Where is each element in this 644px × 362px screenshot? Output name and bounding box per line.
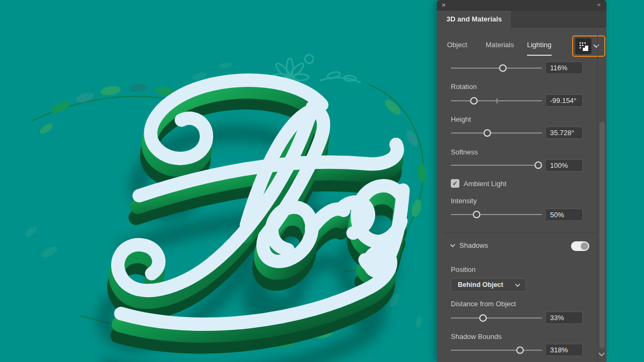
render-quality-icon [579, 41, 588, 51]
softness-value: 100% [550, 161, 568, 169]
position-label: Position [451, 265, 475, 274]
slider-thumb[interactable] [470, 97, 478, 105]
softness-slider[interactable] [451, 161, 542, 169]
render-quality-button[interactable] [575, 38, 591, 54]
slider-thumb[interactable] [516, 346, 524, 354]
light-intensity-slider[interactable] [451, 64, 542, 72]
height-label: Height [451, 115, 471, 123]
slider-thumb[interactable] [535, 161, 542, 169]
collapse-panel-icon[interactable]: « [597, 1, 600, 8]
slider-track [451, 68, 542, 69]
render-options-chevron-icon[interactable] [593, 44, 599, 48]
shadows-expander-chevron-icon[interactable] [450, 243, 456, 248]
section-divider [444, 233, 598, 233]
shadow-position-dropdown[interactable]: Behind Object [451, 278, 526, 292]
3d-materials-panel: × « 3D and Materials Object Materials Li… [437, 0, 606, 362]
ambient-light-label: Ambient Light [464, 180, 507, 188]
height-value: 35.728° [550, 129, 574, 137]
intensity-slider[interactable] [451, 211, 542, 218]
close-icon[interactable]: × [442, 1, 446, 9]
distance-from-object-label: Distance from Object [451, 300, 516, 308]
slider-track [451, 350, 542, 351]
shadows-title: Shadows [459, 241, 488, 249]
shadow-bounds-label: Shadow Bounds [451, 333, 502, 341]
slider-track [451, 214, 542, 215]
rotation-value: -99.154° [550, 97, 576, 105]
distance-field[interactable]: 33% [545, 312, 583, 324]
slider-thumb[interactable] [499, 64, 507, 72]
mode-tabs: Object Materials Lighting [437, 27, 606, 57]
rotation-field[interactable]: -99.154° [545, 94, 583, 107]
shadows-section-header[interactable]: Shadows [450, 241, 488, 249]
panel-tab-row: 3D and Materials [437, 11, 606, 27]
height-slider[interactable] [451, 129, 542, 137]
scrollbar-thumb[interactable] [599, 122, 605, 349]
rotation-slider[interactable] [451, 97, 542, 105]
softness-field[interactable]: 100% [545, 159, 583, 172]
panel-topbar: × « [437, 0, 606, 11]
scroll-down-button[interactable] [598, 350, 606, 358]
slider-center-tick [496, 98, 497, 104]
shadows-toggle[interactable] [571, 241, 589, 251]
intensity-label: Intensity [451, 197, 477, 205]
tab-object[interactable]: Object [447, 41, 467, 49]
tab-lighting[interactable]: Lighting [527, 41, 552, 49]
slider-track [451, 132, 542, 134]
scroll-down-chevron-icon [598, 352, 605, 357]
shadow-position-value: Behind Object [458, 281, 503, 289]
height-field[interactable]: 35.728° [545, 127, 583, 139]
rotation-label: Rotation [451, 83, 477, 91]
distance-value: 33% [550, 314, 564, 322]
scrollbar-separator [597, 28, 598, 362]
shadow-bounds-field[interactable]: 318% [545, 344, 583, 356]
intensity-field[interactable]: 50% [545, 209, 583, 221]
tab-materials[interactable]: Materials [486, 41, 514, 49]
shadow-bounds-value: 318% [550, 346, 568, 354]
render-quality-group [572, 35, 605, 57]
distance-slider[interactable] [451, 314, 542, 322]
slider-track [451, 317, 542, 319]
light-intensity-value: 116% [550, 64, 567, 72]
panel-tab-3d-materials[interactable]: 3D and Materials [437, 11, 511, 27]
slider-track [451, 165, 542, 166]
ambient-light-checkbox[interactable]: ✓ [451, 179, 459, 188]
app-canvas: Flora × « 3D and Materials Object Materi… [0, 0, 644, 362]
slider-thumb[interactable] [479, 314, 487, 322]
slider-thumb[interactable] [473, 211, 480, 218]
softness-label: Softness [451, 148, 478, 156]
slider-thumb[interactable] [484, 129, 491, 137]
intensity-value: 50% [550, 211, 564, 219]
light-intensity-field[interactable]: 116% [545, 62, 583, 74]
toggle-knob [581, 242, 588, 250]
checkmark-icon: ✓ [452, 180, 458, 187]
shadow-bounds-slider[interactable] [451, 346, 542, 354]
dropdown-chevron-icon [515, 283, 521, 287]
